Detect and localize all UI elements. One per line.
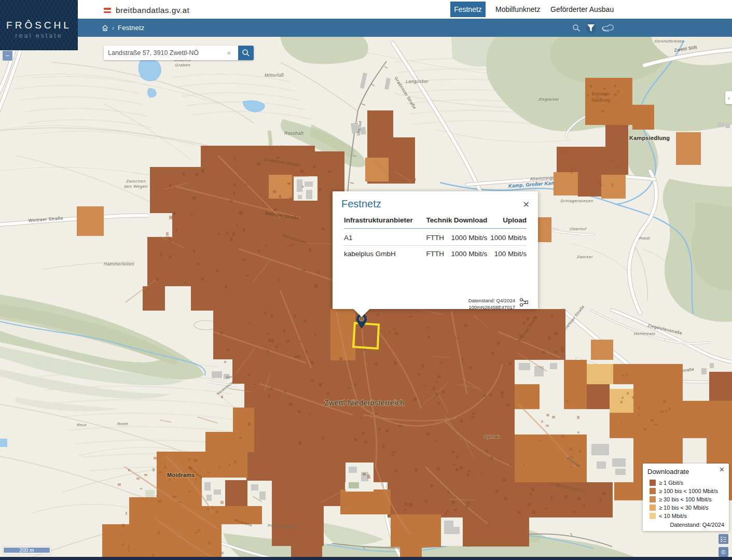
svg-text:Moidrams: Moidrams <box>167 472 195 478</box>
svg-text:den Wegen: den Wegen <box>124 184 147 189</box>
svg-text:Zieglacker: Zieglacker <box>538 97 559 102</box>
svg-text:Schlagerwiesen: Schlagerwiesen <box>560 199 593 203</box>
svg-text:Kampsiedlung: Kampsiedlung <box>629 135 670 141</box>
svg-text:Dirnhofbreiten: Dirnhofbreiten <box>655 39 684 44</box>
svg-text:Zwettl-Niederösterreich: Zwettl-Niederösterreich <box>324 399 404 407</box>
svg-text:Langücker: Langücker <box>406 79 429 84</box>
svg-text:Reut: Reut <box>77 423 87 427</box>
svg-text:Rosshalt: Rosshalt <box>284 131 303 136</box>
svg-text:Zwischen: Zwischen <box>126 179 146 184</box>
svg-text:Siedlung: Siedlung <box>591 97 611 103</box>
svg-text:Syrnau: Syrnau <box>484 434 501 439</box>
svg-text:Reith: Reith <box>117 422 128 426</box>
svg-text:Oberhof: Oberhof <box>570 227 587 231</box>
svg-text:Graben: Graben <box>175 63 190 67</box>
svg-text:Hammerleiten: Hammerleiten <box>104 261 134 267</box>
svg-text:Bozener: Bozener <box>592 91 610 96</box>
svg-text:Riedl: Riedl <box>639 236 650 241</box>
svg-text:Zwickel: Zwickel <box>576 255 592 259</box>
svg-text:Hohenrain: Hohenrain <box>634 331 655 336</box>
svg-text:Mitterlüß: Mitterlüß <box>265 73 284 78</box>
